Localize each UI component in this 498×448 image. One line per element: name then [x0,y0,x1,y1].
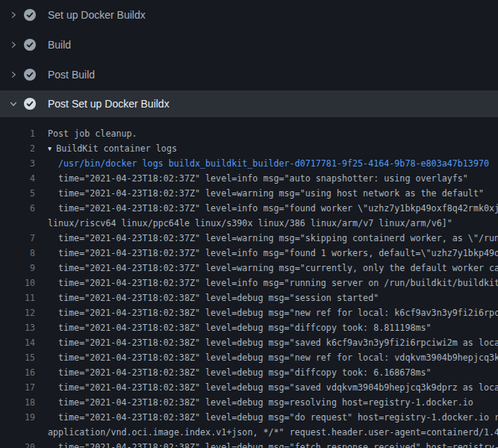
log-row: 7time="2021-04-23T18:02:37Z" level=warni… [0,231,498,246]
log-row: 19time="2021-04-23T18:02:38Z" level=debu… [0,410,498,425]
log-row: 13time="2021-04-23T18:02:38Z" level=debu… [0,320,498,335]
log-line-number[interactable]: 20 [0,440,35,448]
log-text: time="2021-04-23T18:02:37Z" level=info m… [35,171,468,186]
log-text: time="2021-04-23T18:02:37Z" level=warnin… [35,186,484,201]
success-check-icon [24,69,36,81]
log-line-number[interactable]: 19 [0,410,35,425]
step-list: Set up Docker Buildx Build Post Build Po… [0,0,498,117]
log-text: time="2021-04-23T18:02:38Z" level=debug … [35,290,379,305]
log-text: time="2021-04-23T18:02:37Z" level=warnin… [35,261,498,276]
log-text: time="2021-04-23T18:02:37Z" level=info m… [35,246,498,261]
log-line-number[interactable]: 5 [0,186,35,201]
step-label: Post Set up Docker Buildx [48,98,169,110]
log-row: 20time="2021-04-23T18:02:38Z" level=debu… [0,440,498,448]
log-row: 14time="2021-04-23T18:02:38Z" level=debu… [0,335,498,350]
log-text: time="2021-04-23T18:02:38Z" level=debug … [35,410,498,425]
log-row: 1Post job cleanup. [0,126,498,141]
success-check-icon [24,39,36,51]
log-text: linux/riscv64 linux/ppc64le linux/s390x … [35,216,452,231]
log-text: time="2021-04-23T18:02:38Z" level=debug … [35,395,473,410]
log-viewer: 1Post job cleanup.2▼BuildKit container l… [0,126,498,448]
step-row-set-up-docker-buildx[interactable]: Set up Docker Buildx [0,0,498,30]
log-row: 8time="2021-04-23T18:02:37Z" level=info … [0,246,498,261]
log-row-continuation: linux/riscv64 linux/ppc64le linux/s390x … [0,216,498,231]
step-label: Build [48,39,71,51]
log-text: application/vnd.oci.image.index.v1+json,… [35,425,498,440]
log-row: 12time="2021-04-23T18:02:38Z" level=debu… [0,305,498,320]
log-row: 5time="2021-04-23T18:02:37Z" level=warni… [0,186,498,201]
log-line-number[interactable]: 11 [0,290,35,305]
log-text: time="2021-04-23T18:02:37Z" level=info m… [35,201,498,216]
log-row: 2▼BuildKit container logs [0,141,498,156]
log-line-number[interactable]: 1 [0,126,35,141]
step-label: Post Build [48,69,95,81]
chevron-right-icon [9,70,18,79]
log-group-toggle[interactable]: ▼BuildKit container logs [35,141,177,156]
triangle-down-icon: ▼ [48,141,52,156]
log-line-number[interactable]: 15 [0,350,35,365]
log-row: 9time="2021-04-23T18:02:37Z" level=warni… [0,261,498,276]
log-line-number[interactable]: 13 [0,320,35,335]
log-row: 6time="2021-04-23T18:02:37Z" level=info … [0,201,498,216]
log-row: 10time="2021-04-23T18:02:37Z" level=info… [0,276,498,290]
log-text: time="2021-04-23T18:02:38Z" level=debug … [35,305,498,320]
log-line-number[interactable]: 14 [0,335,35,350]
log-text: time="2021-04-23T18:02:38Z" level=debug … [35,335,498,350]
log-text: time="2021-04-23T18:02:37Z" level=info m… [35,276,498,290]
chevron-right-icon [9,10,18,19]
step-label: Set up Docker Buildx [48,9,146,21]
log-row: 16time="2021-04-23T18:02:38Z" level=debu… [0,365,498,380]
log-row: 4time="2021-04-23T18:02:37Z" level=info … [0,171,498,186]
log-line-number [0,216,35,231]
success-check-icon [24,9,36,21]
log-line-number[interactable]: 2 [0,141,35,156]
step-row-build[interactable]: Build [0,30,498,60]
log-command-text: /usr/bin/docker logs buildx_buildkit_bui… [35,156,489,171]
log-row: 15time="2021-04-23T18:02:38Z" level=debu… [0,350,498,365]
log-line-number[interactable]: 3 [0,156,35,171]
log-line-number[interactable]: 18 [0,395,35,410]
success-check-icon [24,98,36,110]
log-text: time="2021-04-23T18:02:38Z" level=debug … [35,380,498,395]
log-row: 3/usr/bin/docker logs buildx_buildkit_bu… [0,156,498,171]
log-text: time="2021-04-23T18:02:38Z" level=debug … [35,320,432,335]
log-row-continuation: application/vnd.oci.image.index.v1+json,… [0,425,498,440]
step-row-post-build[interactable]: Post Build [0,60,498,90]
chevron-down-icon [9,99,18,108]
log-group-label: BuildKit container logs [56,143,177,154]
log-line-number [0,425,35,440]
log-line-number[interactable]: 10 [0,276,35,290]
log-line-number[interactable]: 4 [0,171,35,186]
log-line-number[interactable]: 6 [0,201,35,216]
log-line-number[interactable]: 12 [0,305,35,320]
log-line-number[interactable]: 7 [0,231,35,246]
log-line-number[interactable]: 8 [0,246,35,261]
log-text: time="2021-04-23T18:02:38Z" level=debug … [35,365,432,380]
log-line-number[interactable]: 16 [0,365,35,380]
step-row-post-set-up-docker-buildx[interactable]: Post Set up Docker Buildx [0,90,498,117]
log-line-number[interactable]: 17 [0,380,35,395]
log-row: 17time="2021-04-23T18:02:38Z" level=debu… [0,380,498,395]
log-text: time="2021-04-23T18:02:38Z" level=debug … [35,350,498,365]
log-text: time="2021-04-23T18:02:37Z" level=warnin… [35,231,498,246]
log-row: 18time="2021-04-23T18:02:38Z" level=debu… [0,395,498,410]
log-row: 11time="2021-04-23T18:02:38Z" level=debu… [0,290,498,305]
log-line-number[interactable]: 9 [0,261,35,276]
log-text: time="2021-04-23T18:02:38Z" level=debug … [35,440,498,448]
chevron-right-icon [9,40,18,49]
log-text: Post job cleanup. [35,126,137,141]
